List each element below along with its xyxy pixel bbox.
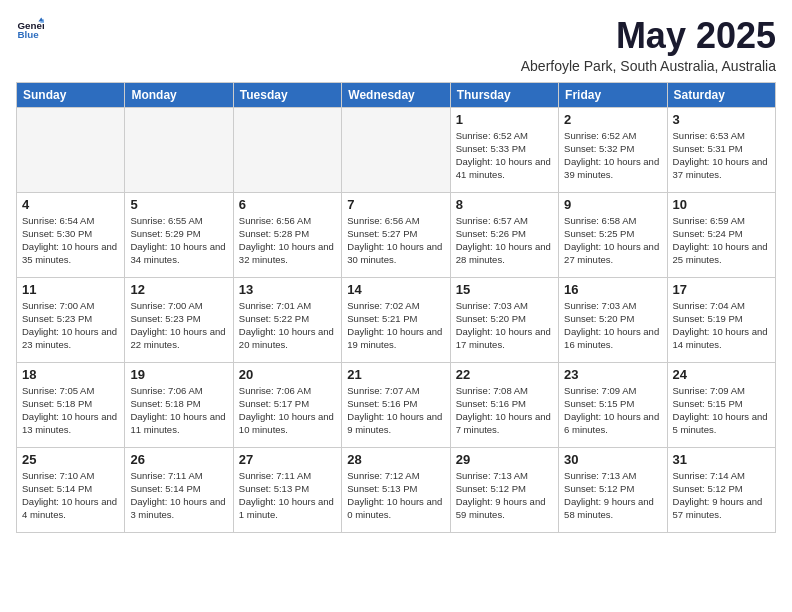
day-info: Sunrise: 7:03 AM Sunset: 5:20 PM Dayligh… [456,299,553,352]
day-info: Sunrise: 6:52 AM Sunset: 5:32 PM Dayligh… [564,129,661,182]
day-number: 8 [456,197,553,212]
day-number: 26 [130,452,227,467]
day-number: 16 [564,282,661,297]
day-number: 14 [347,282,444,297]
day-info: Sunrise: 7:09 AM Sunset: 5:15 PM Dayligh… [673,384,770,437]
day-number: 27 [239,452,336,467]
page-header: General Blue May 2025 Aberfoyle Park, So… [16,16,776,74]
table-row: 20Sunrise: 7:06 AM Sunset: 5:17 PM Dayli… [233,362,341,447]
table-row: 26Sunrise: 7:11 AM Sunset: 5:14 PM Dayli… [125,447,233,532]
table-row: 5Sunrise: 6:55 AM Sunset: 5:29 PM Daylig… [125,192,233,277]
table-row: 13Sunrise: 7:01 AM Sunset: 5:22 PM Dayli… [233,277,341,362]
svg-text:Blue: Blue [17,29,39,40]
day-info: Sunrise: 7:11 AM Sunset: 5:14 PM Dayligh… [130,469,227,522]
table-row: 24Sunrise: 7:09 AM Sunset: 5:15 PM Dayli… [667,362,775,447]
table-row: 19Sunrise: 7:06 AM Sunset: 5:18 PM Dayli… [125,362,233,447]
table-row: 7Sunrise: 6:56 AM Sunset: 5:27 PM Daylig… [342,192,450,277]
day-info: Sunrise: 6:58 AM Sunset: 5:25 PM Dayligh… [564,214,661,267]
table-row: 16Sunrise: 7:03 AM Sunset: 5:20 PM Dayli… [559,277,667,362]
day-number: 31 [673,452,770,467]
week-row-5: 25Sunrise: 7:10 AM Sunset: 5:14 PM Dayli… [17,447,776,532]
day-number: 9 [564,197,661,212]
table-row: 8Sunrise: 6:57 AM Sunset: 5:26 PM Daylig… [450,192,558,277]
day-info: Sunrise: 6:55 AM Sunset: 5:29 PM Dayligh… [130,214,227,267]
day-info: Sunrise: 7:10 AM Sunset: 5:14 PM Dayligh… [22,469,119,522]
week-row-3: 11Sunrise: 7:00 AM Sunset: 5:23 PM Dayli… [17,277,776,362]
table-row: 4Sunrise: 6:54 AM Sunset: 5:30 PM Daylig… [17,192,125,277]
day-number: 3 [673,112,770,127]
table-row: 10Sunrise: 6:59 AM Sunset: 5:24 PM Dayli… [667,192,775,277]
col-monday: Monday [125,82,233,107]
table-row: 21Sunrise: 7:07 AM Sunset: 5:16 PM Dayli… [342,362,450,447]
table-row: 14Sunrise: 7:02 AM Sunset: 5:21 PM Dayli… [342,277,450,362]
col-wednesday: Wednesday [342,82,450,107]
table-row: 2Sunrise: 6:52 AM Sunset: 5:32 PM Daylig… [559,107,667,192]
day-info: Sunrise: 7:14 AM Sunset: 5:12 PM Dayligh… [673,469,770,522]
day-number: 1 [456,112,553,127]
day-number: 23 [564,367,661,382]
day-info: Sunrise: 7:13 AM Sunset: 5:12 PM Dayligh… [564,469,661,522]
table-row: 25Sunrise: 7:10 AM Sunset: 5:14 PM Dayli… [17,447,125,532]
table-row: 1Sunrise: 6:52 AM Sunset: 5:33 PM Daylig… [450,107,558,192]
day-info: Sunrise: 7:13 AM Sunset: 5:12 PM Dayligh… [456,469,553,522]
day-info: Sunrise: 7:01 AM Sunset: 5:22 PM Dayligh… [239,299,336,352]
calendar-title: May 2025 [521,16,776,56]
day-number: 6 [239,197,336,212]
header-row: Sunday Monday Tuesday Wednesday Thursday… [17,82,776,107]
day-info: Sunrise: 7:03 AM Sunset: 5:20 PM Dayligh… [564,299,661,352]
day-info: Sunrise: 6:53 AM Sunset: 5:31 PM Dayligh… [673,129,770,182]
table-row: 9Sunrise: 6:58 AM Sunset: 5:25 PM Daylig… [559,192,667,277]
day-info: Sunrise: 7:07 AM Sunset: 5:16 PM Dayligh… [347,384,444,437]
day-info: Sunrise: 6:56 AM Sunset: 5:27 PM Dayligh… [347,214,444,267]
week-row-4: 18Sunrise: 7:05 AM Sunset: 5:18 PM Dayli… [17,362,776,447]
day-number: 24 [673,367,770,382]
day-number: 20 [239,367,336,382]
day-number: 15 [456,282,553,297]
day-info: Sunrise: 7:00 AM Sunset: 5:23 PM Dayligh… [130,299,227,352]
table-row: 11Sunrise: 7:00 AM Sunset: 5:23 PM Dayli… [17,277,125,362]
day-info: Sunrise: 7:04 AM Sunset: 5:19 PM Dayligh… [673,299,770,352]
day-info: Sunrise: 7:02 AM Sunset: 5:21 PM Dayligh… [347,299,444,352]
table-row: 17Sunrise: 7:04 AM Sunset: 5:19 PM Dayli… [667,277,775,362]
day-number: 12 [130,282,227,297]
day-number: 13 [239,282,336,297]
day-number: 17 [673,282,770,297]
table-row: 31Sunrise: 7:14 AM Sunset: 5:12 PM Dayli… [667,447,775,532]
day-info: Sunrise: 7:11 AM Sunset: 5:13 PM Dayligh… [239,469,336,522]
table-row: 3Sunrise: 6:53 AM Sunset: 5:31 PM Daylig… [667,107,775,192]
col-thursday: Thursday [450,82,558,107]
table-row: 15Sunrise: 7:03 AM Sunset: 5:20 PM Dayli… [450,277,558,362]
table-row: 23Sunrise: 7:09 AM Sunset: 5:15 PM Dayli… [559,362,667,447]
day-number: 18 [22,367,119,382]
day-info: Sunrise: 7:12 AM Sunset: 5:13 PM Dayligh… [347,469,444,522]
logo-icon: General Blue [16,16,44,44]
day-number: 28 [347,452,444,467]
day-info: Sunrise: 6:59 AM Sunset: 5:24 PM Dayligh… [673,214,770,267]
day-info: Sunrise: 7:06 AM Sunset: 5:17 PM Dayligh… [239,384,336,437]
day-info: Sunrise: 6:56 AM Sunset: 5:28 PM Dayligh… [239,214,336,267]
day-number: 2 [564,112,661,127]
table-row: 28Sunrise: 7:12 AM Sunset: 5:13 PM Dayli… [342,447,450,532]
table-row: 27Sunrise: 7:11 AM Sunset: 5:13 PM Dayli… [233,447,341,532]
day-info: Sunrise: 6:52 AM Sunset: 5:33 PM Dayligh… [456,129,553,182]
table-row: 22Sunrise: 7:08 AM Sunset: 5:16 PM Dayli… [450,362,558,447]
day-info: Sunrise: 7:05 AM Sunset: 5:18 PM Dayligh… [22,384,119,437]
col-saturday: Saturday [667,82,775,107]
table-row [342,107,450,192]
week-row-2: 4Sunrise: 6:54 AM Sunset: 5:30 PM Daylig… [17,192,776,277]
day-number: 21 [347,367,444,382]
calendar-subtitle: Aberfoyle Park, South Australia, Austral… [521,58,776,74]
day-info: Sunrise: 7:00 AM Sunset: 5:23 PM Dayligh… [22,299,119,352]
title-block: May 2025 Aberfoyle Park, South Australia… [521,16,776,74]
day-info: Sunrise: 6:54 AM Sunset: 5:30 PM Dayligh… [22,214,119,267]
day-info: Sunrise: 7:06 AM Sunset: 5:18 PM Dayligh… [130,384,227,437]
table-row: 29Sunrise: 7:13 AM Sunset: 5:12 PM Dayli… [450,447,558,532]
table-row: 12Sunrise: 7:00 AM Sunset: 5:23 PM Dayli… [125,277,233,362]
table-row: 18Sunrise: 7:05 AM Sunset: 5:18 PM Dayli… [17,362,125,447]
col-tuesday: Tuesday [233,82,341,107]
day-number: 5 [130,197,227,212]
day-number: 25 [22,452,119,467]
table-row [17,107,125,192]
day-info: Sunrise: 7:08 AM Sunset: 5:16 PM Dayligh… [456,384,553,437]
table-row [233,107,341,192]
